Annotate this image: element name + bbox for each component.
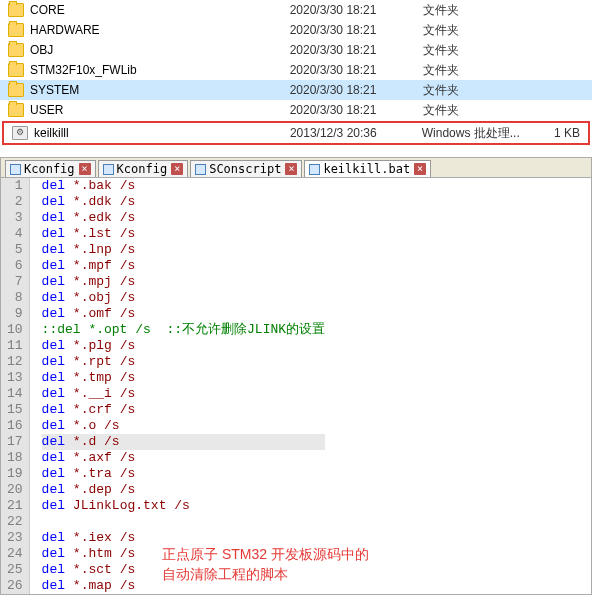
file-row[interactable]: CORE2020/3/30 18:21文件夹 [0,0,592,20]
code-line: del *.o /s [42,418,325,434]
file-date: 2020/3/30 18:21 [290,3,424,17]
editor-tab[interactable]: keilkill.bat× [304,160,431,177]
annotation-line-1: 正点原子 STM32 开发板源码中的 [162,545,369,565]
line-number: 8 [7,290,23,306]
file-type: 文件夹 [423,82,542,99]
editor-tab[interactable]: Kconfig× [5,160,96,177]
close-icon[interactable]: × [414,163,426,175]
file-type: 文件夹 [423,42,542,59]
code-line: del *.lst /s [42,226,325,242]
file-size: 1 KB [539,126,588,140]
tab-bar: Kconfig×Kconfig×SConscript×keilkill.bat× [1,158,591,178]
line-number: 5 [7,242,23,258]
line-number: 23 [7,530,23,546]
code-line: del *.tmp /s [42,370,325,386]
line-number: 6 [7,258,23,274]
folder-icon [8,83,24,97]
file-name: keilkilll [34,126,290,140]
file-icon [195,164,206,175]
file-type: 文件夹 [423,62,542,79]
line-number: 10 [7,322,23,338]
file-row[interactable]: STM32F10x_FWLib2020/3/30 18:21文件夹 [0,60,592,80]
editor-tab[interactable]: Kconfig× [98,160,189,177]
line-number: 22 [7,514,23,530]
line-number: 25 [7,562,23,578]
code-line: del *.axf /s [42,450,325,466]
code-body: 1234567891011121314151617181920212223242… [1,178,591,594]
file-icon [309,164,320,175]
line-number: 19 [7,466,23,482]
file-name: OBJ [30,43,290,57]
code-line: del *.omf /s [42,306,325,322]
code-line: del *.tra /s [42,466,325,482]
tab-label: Kconfig [117,162,168,176]
line-number: 26 [7,578,23,594]
code-line: del *.__i /s [42,386,325,402]
folder-icon [8,23,24,37]
code-line: del *.ddk /s [42,194,325,210]
file-type: 文件夹 [423,102,542,119]
highlighted-file-box: keilkilll 2013/12/3 20:36 Windows 批处理...… [2,121,590,145]
code-line: del *.dep /s [42,482,325,498]
close-icon[interactable]: × [171,163,183,175]
file-row[interactable]: SYSTEM2020/3/30 18:21文件夹 [0,80,592,100]
code-line [42,514,325,530]
code-line: del *.obj /s [42,290,325,306]
code-line: del *.rpt /s [42,354,325,370]
file-date: 2020/3/30 18:21 [290,103,424,117]
close-icon[interactable]: × [285,163,297,175]
file-list: CORE2020/3/30 18:21文件夹HARDWARE2020/3/30 … [0,0,592,120]
file-date: 2020/3/30 18:21 [290,43,424,57]
line-number: 13 [7,370,23,386]
file-row[interactable]: HARDWARE2020/3/30 18:21文件夹 [0,20,592,40]
code-line: del *.edk /s [42,210,325,226]
line-number: 7 [7,274,23,290]
file-date: 2020/3/30 18:21 [290,63,424,77]
close-icon[interactable]: × [79,163,91,175]
file-name: STM32F10x_FWLib [30,63,290,77]
line-number: 12 [7,354,23,370]
code-line: del *.crf /s [42,402,325,418]
line-number: 11 [7,338,23,354]
red-annotation: 正点原子 STM32 开发板源码中的 自动清除工程的脚本 [162,545,369,584]
file-date: 2020/3/30 18:21 [290,23,424,37]
tab-label: keilkill.bat [323,162,410,176]
file-row[interactable]: OBJ2020/3/30 18:21文件夹 [0,40,592,60]
file-type: 文件夹 [423,22,542,39]
line-number: 16 [7,418,23,434]
editor-tab[interactable]: SConscript× [190,160,302,177]
code-line: del *.mpf /s [42,258,325,274]
file-name: CORE [30,3,290,17]
line-number: 21 [7,498,23,514]
tab-label: SConscript [209,162,281,176]
folder-icon [8,43,24,57]
line-number: 9 [7,306,23,322]
code-line: ::del *.opt /s ::不允许删除JLINK的设置 [42,322,325,338]
file-type: 文件夹 [423,2,542,19]
file-row[interactable]: USER2020/3/30 18:21文件夹 [0,100,592,120]
editor-wrap: Kconfig×Kconfig×SConscript×keilkill.bat×… [0,157,592,595]
code-line: del *.plg /s [42,338,325,354]
code-line: del JLinkLog.txt /s [42,498,325,514]
code-line: del *.lnp /s [42,242,325,258]
annotation-line-2: 自动清除工程的脚本 [162,565,369,585]
file-name: USER [30,103,290,117]
file-row[interactable]: keilkilll 2013/12/3 20:36 Windows 批处理...… [4,123,588,143]
line-number: 24 [7,546,23,562]
line-number: 14 [7,386,23,402]
file-name: SYSTEM [30,83,290,97]
code-line: del *.bak /s [42,178,325,194]
file-icon [103,164,114,175]
code-line: del *.mpj /s [42,274,325,290]
folder-icon [8,103,24,117]
line-number: 20 [7,482,23,498]
tab-label: Kconfig [24,162,75,176]
file-date: 2020/3/30 18:21 [290,83,424,97]
bat-file-icon [12,126,28,140]
line-number: 4 [7,226,23,242]
code-area[interactable]: del *.bak /sdel *.ddk /sdel *.edk /sdel … [30,178,325,594]
folder-icon [8,63,24,77]
file-icon [10,164,21,175]
file-name: HARDWARE [30,23,290,37]
editor: Kconfig×Kconfig×SConscript×keilkill.bat×… [0,157,592,595]
